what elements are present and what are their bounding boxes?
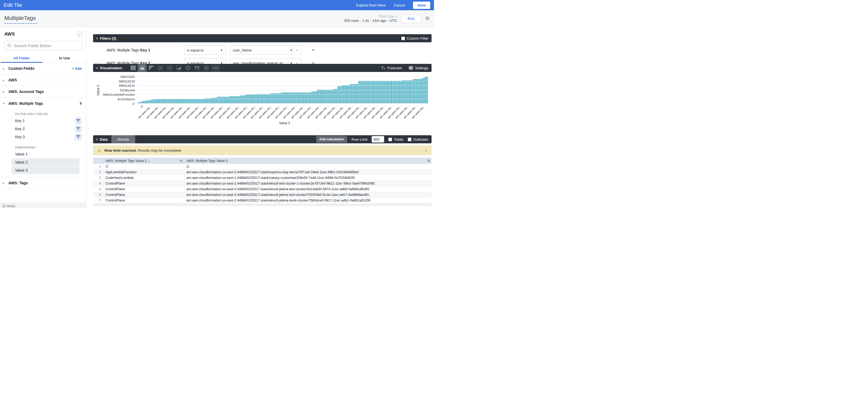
table-icon[interactable] [128,64,137,72]
bar[interactable] [222,97,224,103]
bar[interactable] [233,96,235,103]
remove-filter-icon[interactable]: × [312,47,314,53]
bar[interactable] [253,95,254,103]
scatter-icon[interactable] [156,64,165,72]
table-row[interactable]: 2AppLambdaFunctionarn:aws:cloudformation… [93,170,432,175]
bar[interactable] [220,97,221,103]
bar[interactable] [225,97,226,103]
bar[interactable] [403,80,404,103]
bar[interactable] [194,99,195,103]
bar[interactable] [204,99,205,103]
filter-icon[interactable] [75,117,82,124]
bar[interactable] [201,99,202,103]
bar[interactable] [182,99,183,103]
bar[interactable] [288,93,289,103]
custom-filter-checkbox[interactable] [401,37,405,40]
bar[interactable] [232,96,233,103]
bar[interactable] [369,81,370,103]
bar[interactable] [303,93,304,103]
remove-filter-icon[interactable]: × [312,60,314,64]
bar[interactable] [158,99,159,103]
horizontal-bar-icon[interactable] [147,64,156,72]
bar[interactable] [192,99,193,103]
save-button[interactable]: Save [413,2,430,9]
bar[interactable] [159,99,160,103]
subtotals-checkbox[interactable] [408,138,411,141]
bar[interactable] [332,90,333,103]
bar[interactable] [184,99,185,103]
cell-value3[interactable]: arn:aws:cloudformation:us-east-1:4486402… [184,182,432,185]
tab-results[interactable]: Results [112,135,135,143]
bar[interactable] [358,81,359,103]
bar[interactable] [186,99,187,103]
bar[interactable] [298,93,299,103]
bar[interactable] [312,91,313,103]
bar[interactable] [305,93,306,103]
bar[interactable] [230,96,232,103]
bar[interactable] [196,99,197,103]
map-icon[interactable] [193,64,202,72]
sidebar-group-aws-account-tags[interactable]: ▸ AWS: Account Tags [0,86,86,98]
bar[interactable] [402,80,403,103]
bar[interactable] [179,99,180,103]
bar[interactable] [251,95,252,103]
bar[interactable] [153,99,154,103]
bar[interactable] [361,81,362,103]
bar[interactable] [277,93,278,103]
bar[interactable] [165,99,166,103]
collapse-sidebar-button[interactable] [76,31,82,37]
chart-plot-area[interactable] [137,77,427,103]
bar[interactable] [309,93,310,103]
forecast-button[interactable]: Forecast [381,66,402,70]
bar[interactable] [407,80,408,103]
row-limit-input[interactable] [372,136,384,142]
bar[interactable] [387,81,388,103]
bar[interactable] [416,79,417,103]
filter-value-select[interactable]: aws_cloudformation_logical_id▲▼× [230,59,302,64]
bar[interactable] [352,84,353,103]
bar[interactable] [390,81,391,103]
bar[interactable] [294,93,295,103]
bar[interactable] [335,89,336,103]
bar[interactable] [175,99,176,103]
column-gear-icon[interactable]: ⚙ [427,159,430,163]
bar[interactable] [337,86,339,103]
bar[interactable] [355,84,356,103]
bar[interactable] [383,81,384,103]
bar[interactable] [272,93,273,103]
bar[interactable] [308,93,309,103]
bar[interactable] [169,99,170,103]
bar[interactable] [170,99,172,103]
bar[interactable] [357,84,358,103]
caret-right-icon[interactable]: ▸ [3,90,7,93]
clear-value-icon[interactable]: × [293,59,301,64]
tab-all-fields[interactable]: All Fields [0,56,43,60]
bar[interactable] [320,90,321,103]
bar[interactable] [209,98,210,103]
bar[interactable] [310,93,311,103]
bar[interactable] [321,90,322,103]
bar[interactable] [254,95,255,103]
bar[interactable] [401,81,402,103]
bar[interactable] [368,81,369,103]
bar[interactable] [405,80,406,103]
bar[interactable] [340,86,341,103]
table-row[interactable]: 5ControlPlanearn:aws:cloudformation:us-e… [93,186,432,192]
bar[interactable] [370,81,371,103]
table-row[interactable]: 3CodeHashLambdaarn:aws:cloudformation:us… [93,175,432,181]
cell-value2[interactable]: ControlPlane [103,192,184,198]
bar[interactable] [162,99,163,103]
clear-value-icon[interactable]: × [293,46,301,55]
bar[interactable] [244,95,245,103]
single-value-icon[interactable]: 6 [202,64,211,72]
bar[interactable] [331,90,332,103]
cell-value2[interactable]: CodeHashLambda [103,175,184,180]
explore-from-here-link[interactable]: Explore from Here [356,3,386,7]
bar[interactable] [406,80,407,103]
bar[interactable] [240,95,241,103]
sidebar-group-aws-tags[interactable]: ▸ AWS: Tags [0,177,86,189]
bar[interactable] [365,81,366,103]
bar[interactable] [366,81,367,103]
bar-chart-icon[interactable] [137,64,147,72]
search-field-box[interactable] [4,41,82,50]
